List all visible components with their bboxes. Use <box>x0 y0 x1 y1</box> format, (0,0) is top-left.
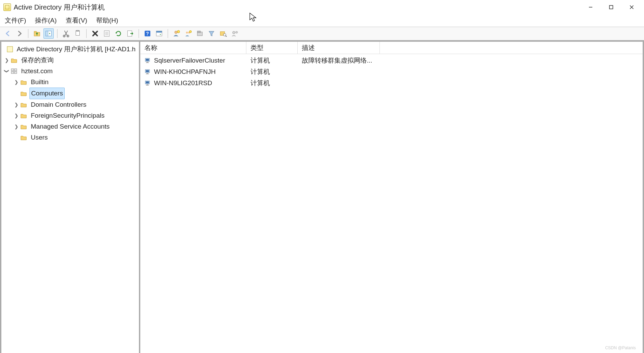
export-list-button[interactable] <box>125 28 135 39</box>
tree-domain-controllers[interactable]: ❯ Domain Controllers <box>1 99 139 110</box>
svg-rect-40 <box>146 62 149 63</box>
copy-button[interactable] <box>73 28 83 39</box>
close-button[interactable] <box>621 0 642 14</box>
expander-icon[interactable]: ❯ <box>13 99 20 110</box>
svg-rect-47 <box>146 84 149 85</box>
svg-rect-1 <box>609 5 613 9</box>
new-user-button[interactable] <box>171 28 182 39</box>
title-bar: Active Directory 用户和计算机 <box>0 0 644 14</box>
svg-rect-43 <box>146 73 149 74</box>
properties-button[interactable] <box>102 28 112 39</box>
cut-button[interactable] <box>61 28 71 39</box>
nav-back-button[interactable] <box>3 28 13 39</box>
list-item[interactable]: SqlserverFailoverCluster 计算机 故障转移群集虚拟网络.… <box>140 55 643 66</box>
computer-icon <box>144 68 151 75</box>
expander-icon[interactable]: ❯ <box>13 77 20 88</box>
toolbar-separator <box>139 29 139 38</box>
tree-msa[interactable]: ❯ Managed Service Accounts <box>1 121 139 132</box>
tree-label: Computers <box>29 88 65 99</box>
tree-saved-queries[interactable]: ❯ 保存的查询 <box>1 55 139 66</box>
list-header: 名称 类型 描述 <box>140 42 643 54</box>
help-button[interactable]: ? <box>142 28 153 39</box>
tree-computers[interactable]: Computers <box>1 88 139 99</box>
column-label: 描述 <box>302 43 315 52</box>
menu-help[interactable]: 帮助(H) <box>95 15 119 26</box>
svg-rect-26 <box>197 31 201 33</box>
add-to-group-button[interactable] <box>230 28 240 39</box>
app-icon <box>3 3 11 11</box>
tree-domain[interactable]: ❯ hztest.com <box>1 66 139 77</box>
column-header-type[interactable]: 类型 <box>246 42 298 54</box>
find-button[interactable] <box>154 28 164 39</box>
column-header-name[interactable]: 名称 <box>140 42 246 54</box>
svg-rect-32 <box>7 47 13 52</box>
svg-rect-44 <box>146 74 149 74</box>
show-hide-tree-button[interactable] <box>43 28 54 39</box>
new-group-button[interactable] <box>183 28 193 39</box>
search-objects-button[interactable] <box>218 28 228 39</box>
expander-icon[interactable]: ❯ <box>1 68 12 75</box>
folder-icon <box>20 90 27 97</box>
tree-fsp[interactable]: ❯ ForeignSecurityPrincipals <box>1 110 139 121</box>
svg-point-20 <box>175 31 177 34</box>
svg-point-30 <box>233 31 235 34</box>
tree-label: Users <box>29 132 49 143</box>
toolbar-separator <box>86 29 87 38</box>
expander-icon[interactable]: ❯ <box>13 110 20 121</box>
watermark: CSDN @Patanis <box>605 345 636 350</box>
folder-icon <box>10 56 18 64</box>
folder-icon <box>20 112 27 119</box>
maximize-button[interactable] <box>601 0 621 14</box>
tree-label: Managed Service Accounts <box>29 121 111 132</box>
folder-icon <box>20 134 27 141</box>
svg-rect-6 <box>46 31 48 36</box>
svg-text:?: ? <box>146 31 149 36</box>
menu-action[interactable]: 操作(A) <box>34 15 58 26</box>
menu-view[interactable]: 查看(V) <box>64 15 89 26</box>
svg-line-29 <box>226 36 227 37</box>
new-ou-button[interactable] <box>195 28 205 39</box>
expander-icon[interactable]: ❯ <box>13 121 20 132</box>
nav-forward-button[interactable] <box>14 28 25 39</box>
minimize-button[interactable] <box>580 0 601 14</box>
svg-point-31 <box>236 31 238 34</box>
cell-desc: 故障转移群集虚拟网络... <box>302 57 372 64</box>
menu-bar: 文件(F) 操作(A) 查看(V) 帮助(H) <box>0 14 644 27</box>
tree-root[interactable]: Active Directory 用户和计算机 [HZ-AD1.h <box>1 44 139 55</box>
list-item[interactable]: WIN-KH0CHPAFNJH 计算机 <box>140 66 643 77</box>
column-label: 名称 <box>144 43 157 52</box>
list-item[interactable]: WIN-N9LIG201RSD 计算机 <box>140 77 643 89</box>
up-level-button[interactable] <box>32 28 42 39</box>
column-label: 类型 <box>250 43 263 52</box>
tree-builtin[interactable]: ❯ Builtin <box>1 77 139 88</box>
toolbar-separator <box>57 29 57 38</box>
tree-users[interactable]: Users <box>1 132 139 143</box>
delete-button[interactable] <box>90 28 100 39</box>
cell-type: 计算机 <box>250 79 270 87</box>
menu-file[interactable]: 文件(F) <box>3 15 27 26</box>
tree-pane[interactable]: Active Directory 用户和计算机 [HZ-AD1.h ❯ 保存的查… <box>0 42 140 353</box>
svg-rect-46 <box>146 81 149 83</box>
svg-rect-19 <box>156 31 162 33</box>
list-pane: 名称 类型 描述 SqlserverFailoverCluster 计算机 故障… <box>140 42 644 353</box>
computer-icon <box>144 57 151 64</box>
refresh-button[interactable] <box>113 28 124 39</box>
expander-icon[interactable]: ❯ <box>3 55 10 66</box>
tree-label: Domain Controllers <box>29 99 88 110</box>
toolbar: ? <box>0 27 644 40</box>
svg-point-8 <box>67 35 69 37</box>
svg-point-21 <box>177 30 180 33</box>
tree-label: ForeignSecurityPrincipals <box>29 110 106 121</box>
svg-point-22 <box>186 32 188 34</box>
folder-icon <box>20 123 27 130</box>
tree-label: Active Directory 用户和计算机 [HZ-AD1.h <box>15 44 137 55</box>
svg-rect-34 <box>14 69 17 71</box>
cell-name: WIN-N9LIG201RSD <box>154 79 212 87</box>
column-header-desc[interactable]: 描述 <box>298 42 380 54</box>
toolbar-separator <box>168 29 168 38</box>
tree-label: 保存的查询 <box>20 55 55 66</box>
list-body[interactable]: SqlserverFailoverCluster 计算机 故障转移群集虚拟网络.… <box>140 54 643 353</box>
filter-button[interactable] <box>206 28 217 39</box>
computer-icon <box>144 80 151 87</box>
svg-rect-36 <box>14 71 17 74</box>
